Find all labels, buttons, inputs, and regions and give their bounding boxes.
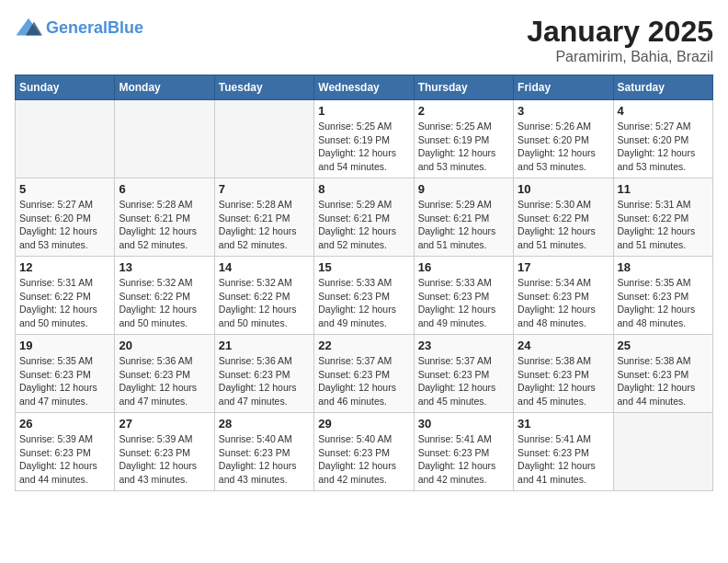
- day-info: Sunrise: 5:31 AM Sunset: 6:22 PM Dayligh…: [618, 198, 709, 252]
- day-number: 5: [19, 182, 110, 196]
- col-tuesday: Tuesday: [214, 75, 313, 100]
- table-row: 23Sunrise: 5:37 AM Sunset: 6:23 PM Dayli…: [414, 335, 513, 413]
- calendar-table: Sunday Monday Tuesday Wednesday Thursday…: [15, 75, 713, 491]
- title-section: January 2025 Paramirim, Bahia, Brazil: [527, 15, 713, 65]
- day-number: 10: [518, 182, 609, 196]
- table-row: 11Sunrise: 5:31 AM Sunset: 6:22 PM Dayli…: [613, 178, 712, 257]
- col-saturday: Saturday: [613, 75, 712, 100]
- table-row: 19Sunrise: 5:35 AM Sunset: 6:23 PM Dayli…: [16, 335, 115, 413]
- day-number: 23: [418, 339, 509, 352]
- day-info: Sunrise: 5:32 AM Sunset: 6:22 PM Dayligh…: [119, 276, 210, 330]
- table-row: 25Sunrise: 5:38 AM Sunset: 6:23 PM Dayli…: [613, 335, 712, 413]
- day-number: 31: [518, 417, 609, 431]
- table-row: 3Sunrise: 5:26 AM Sunset: 6:20 PM Daylig…: [514, 100, 613, 178]
- day-number: 24: [518, 339, 609, 352]
- day-info: Sunrise: 5:27 AM Sunset: 6:20 PM Dayligh…: [618, 120, 709, 174]
- table-row: 9Sunrise: 5:29 AM Sunset: 6:21 PM Daylig…: [414, 178, 513, 257]
- table-row: 1Sunrise: 5:25 AM Sunset: 6:19 PM Daylig…: [314, 100, 414, 178]
- day-info: Sunrise: 5:33 AM Sunset: 6:23 PM Dayligh…: [318, 276, 409, 330]
- day-info: Sunrise: 5:33 AM Sunset: 6:23 PM Dayligh…: [418, 276, 509, 330]
- calendar-week-row: 26Sunrise: 5:39 AM Sunset: 6:23 PM Dayli…: [16, 413, 713, 491]
- day-number: 25: [618, 339, 709, 352]
- day-info: Sunrise: 5:39 AM Sunset: 6:23 PM Dayligh…: [19, 432, 110, 487]
- table-row: [115, 100, 214, 178]
- day-number: 17: [518, 260, 609, 274]
- day-number: 11: [618, 182, 709, 196]
- day-number: 7: [219, 182, 310, 196]
- day-number: 14: [219, 260, 310, 274]
- table-row: 7Sunrise: 5:28 AM Sunset: 6:21 PM Daylig…: [214, 178, 313, 257]
- table-row: 14Sunrise: 5:32 AM Sunset: 6:22 PM Dayli…: [214, 257, 313, 335]
- day-number: 20: [119, 339, 210, 352]
- day-info: Sunrise: 5:32 AM Sunset: 6:22 PM Dayligh…: [219, 276, 310, 330]
- day-number: 29: [318, 417, 409, 431]
- day-info: Sunrise: 5:37 AM Sunset: 6:23 PM Dayligh…: [318, 354, 409, 408]
- table-row: 2Sunrise: 5:25 AM Sunset: 6:19 PM Daylig…: [414, 100, 513, 178]
- day-info: Sunrise: 5:36 AM Sunset: 6:23 PM Dayligh…: [119, 354, 210, 408]
- table-row: 5Sunrise: 5:27 AM Sunset: 6:20 PM Daylig…: [16, 178, 115, 257]
- table-row: 31Sunrise: 5:41 AM Sunset: 6:23 PM Dayli…: [514, 413, 613, 491]
- day-number: 26: [19, 417, 110, 431]
- table-row: 29Sunrise: 5:40 AM Sunset: 6:23 PM Dayli…: [314, 413, 414, 491]
- day-number: 13: [119, 260, 210, 274]
- day-number: 9: [418, 182, 509, 196]
- day-number: 19: [19, 339, 110, 352]
- table-row: [214, 100, 313, 178]
- table-row: 13Sunrise: 5:32 AM Sunset: 6:22 PM Dayli…: [115, 257, 214, 335]
- day-number: 30: [418, 417, 509, 431]
- day-info: Sunrise: 5:40 AM Sunset: 6:23 PM Dayligh…: [219, 432, 310, 487]
- day-number: 18: [618, 260, 709, 274]
- day-number: 28: [219, 417, 310, 431]
- table-row: 30Sunrise: 5:41 AM Sunset: 6:23 PM Dayli…: [414, 413, 513, 491]
- calendar-week-row: 1Sunrise: 5:25 AM Sunset: 6:19 PM Daylig…: [16, 100, 713, 178]
- day-number: 12: [19, 260, 110, 274]
- day-info: Sunrise: 5:29 AM Sunset: 6:21 PM Dayligh…: [418, 198, 509, 252]
- day-info: Sunrise: 5:39 AM Sunset: 6:23 PM Dayligh…: [119, 432, 210, 487]
- logo-icon: [15, 15, 42, 42]
- location-subtitle: Paramirim, Bahia, Brazil: [527, 49, 713, 65]
- calendar-week-row: 5Sunrise: 5:27 AM Sunset: 6:20 PM Daylig…: [16, 178, 713, 257]
- day-number: 1: [318, 104, 409, 118]
- calendar-week-row: 12Sunrise: 5:31 AM Sunset: 6:22 PM Dayli…: [16, 257, 713, 335]
- table-row: 10Sunrise: 5:30 AM Sunset: 6:22 PM Dayli…: [514, 178, 613, 257]
- day-info: Sunrise: 5:35 AM Sunset: 6:23 PM Dayligh…: [19, 354, 110, 408]
- calendar-week-row: 19Sunrise: 5:35 AM Sunset: 6:23 PM Dayli…: [16, 335, 713, 413]
- day-number: 4: [618, 104, 709, 118]
- day-info: Sunrise: 5:26 AM Sunset: 6:20 PM Dayligh…: [518, 120, 609, 174]
- day-info: Sunrise: 5:41 AM Sunset: 6:23 PM Dayligh…: [418, 432, 509, 487]
- logo-text: GeneralBlue: [46, 19, 143, 38]
- day-info: Sunrise: 5:41 AM Sunset: 6:23 PM Dayligh…: [518, 432, 609, 487]
- col-wednesday: Wednesday: [314, 75, 414, 100]
- table-row: 6Sunrise: 5:28 AM Sunset: 6:21 PM Daylig…: [115, 178, 214, 257]
- table-row: 8Sunrise: 5:29 AM Sunset: 6:21 PM Daylig…: [314, 178, 414, 257]
- col-sunday: Sunday: [16, 75, 115, 100]
- day-number: 3: [518, 104, 609, 118]
- day-info: Sunrise: 5:38 AM Sunset: 6:23 PM Dayligh…: [518, 354, 609, 408]
- day-number: 2: [418, 104, 509, 118]
- table-row: [16, 100, 115, 178]
- day-info: Sunrise: 5:34 AM Sunset: 6:23 PM Dayligh…: [518, 276, 609, 330]
- day-number: 27: [119, 417, 210, 431]
- table-row: 15Sunrise: 5:33 AM Sunset: 6:23 PM Dayli…: [314, 257, 414, 335]
- col-monday: Monday: [115, 75, 214, 100]
- table-row: 28Sunrise: 5:40 AM Sunset: 6:23 PM Dayli…: [214, 413, 313, 491]
- day-info: Sunrise: 5:29 AM Sunset: 6:21 PM Dayligh…: [318, 198, 409, 252]
- day-number: 22: [318, 339, 409, 352]
- table-row: 18Sunrise: 5:35 AM Sunset: 6:23 PM Dayli…: [613, 257, 712, 335]
- day-info: Sunrise: 5:25 AM Sunset: 6:19 PM Dayligh…: [318, 120, 409, 174]
- day-number: 16: [418, 260, 509, 274]
- col-friday: Friday: [514, 75, 613, 100]
- day-info: Sunrise: 5:31 AM Sunset: 6:22 PM Dayligh…: [19, 276, 110, 330]
- day-info: Sunrise: 5:28 AM Sunset: 6:21 PM Dayligh…: [119, 198, 210, 252]
- day-info: Sunrise: 5:28 AM Sunset: 6:21 PM Dayligh…: [219, 198, 310, 252]
- day-info: Sunrise: 5:30 AM Sunset: 6:22 PM Dayligh…: [518, 198, 609, 252]
- day-info: Sunrise: 5:40 AM Sunset: 6:23 PM Dayligh…: [318, 432, 409, 487]
- day-info: Sunrise: 5:38 AM Sunset: 6:23 PM Dayligh…: [618, 354, 709, 408]
- day-number: 8: [318, 182, 409, 196]
- day-info: Sunrise: 5:37 AM Sunset: 6:23 PM Dayligh…: [418, 354, 509, 408]
- month-title: January 2025: [527, 15, 713, 49]
- col-thursday: Thursday: [414, 75, 513, 100]
- day-info: Sunrise: 5:36 AM Sunset: 6:23 PM Dayligh…: [219, 354, 310, 408]
- day-number: 15: [318, 260, 409, 274]
- day-info: Sunrise: 5:25 AM Sunset: 6:19 PM Dayligh…: [418, 120, 509, 174]
